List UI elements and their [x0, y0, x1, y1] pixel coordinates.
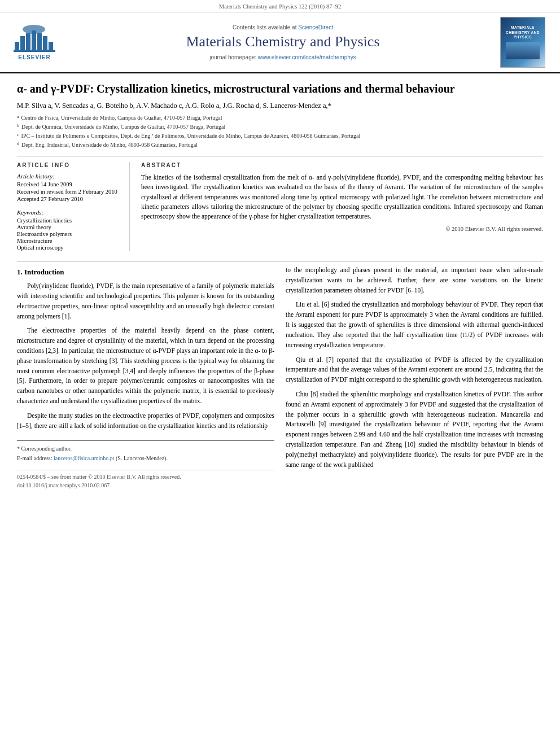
body-right-column: to the morphology and phases present in … [286, 265, 543, 490]
keywords-label: Keywords: [17, 209, 123, 216]
body-para-3: Despite the many studies on the electroa… [17, 411, 274, 431]
affil-text-c: IPC – Instituto de Polímeros e Compósito… [21, 132, 361, 140]
footer-issn: 0254-0584/$ – see front matter © 2010 El… [17, 470, 274, 490]
history-received: Received 14 June 2009 [17, 181, 123, 187]
svg-point-7 [23, 25, 45, 34]
history-revised: Received in revised form 2 February 2010 [17, 189, 123, 195]
svg-rect-6 [49, 42, 53, 50]
footnote-email: E-mail address: lanceros@fisica.uminho.p… [17, 454, 274, 463]
sciencedirect-link[interactable]: ScienceDirect [298, 24, 333, 30]
cover-title: MATERIALSCHEMISTRY ANDPHYSICS [506, 25, 540, 40]
body-para-1-text: Poly(vinylidene fluoride), PVDF, is the … [17, 282, 274, 319]
body-right-para-4-text: Chiu [8] studied the spherulitic morphol… [286, 391, 543, 468]
journal-title: Materials Chemistry and Physics [186, 33, 379, 50]
affiliation-b: b Dept. de Química, Universidade do Minh… [17, 123, 543, 131]
svg-rect-2 [26, 33, 30, 50]
article-title: α- and γ-PVDF: Crystallization kinetics,… [17, 81, 543, 96]
body-right-para-3-text: Qiu et al. [7] reported that the crystal… [286, 356, 543, 383]
article-info-column: ARTICLE INFO Article history: Received 1… [17, 162, 130, 251]
affil-text-a: Centro de Física, Universidade do Minho,… [21, 113, 222, 122]
journal-header: ELSEVIER Contents lists available at Sci… [0, 12, 560, 73]
elsevier-logo-area: ELSEVIER [9, 17, 71, 68]
copyright: © 2010 Elsevier B.V. All rights reserved… [141, 226, 543, 232]
body-left-column: 1. Introduction Poly(vinylidene fluoride… [17, 265, 274, 490]
body-para-2: The electroactive properties of the mate… [17, 326, 274, 407]
journal-homepage: journal homepage: www.elsevier.com/locat… [209, 54, 356, 60]
article-title-text: α- and γ-PVDF: Crystallization kinetics,… [17, 82, 455, 95]
article-content: α- and γ-PVDF: Crystallization kinetics,… [0, 73, 560, 498]
email-label: E-mail address: [17, 455, 52, 461]
elsevier-logo: ELSEVIER [9, 25, 60, 60]
body-content: 1. Introduction Poly(vinylidene fluoride… [17, 261, 543, 490]
body-right-para-1-text: to the morphology and phases present in … [286, 267, 543, 294]
citation-text: Materials Chemistry and Physics 122 (201… [219, 3, 341, 10]
elsevier-tree-icon [9, 25, 60, 53]
footnote-corresponding: * Corresponding author. [17, 444, 274, 453]
email-link[interactable]: lanceros@fisica.uminho.pt [54, 455, 115, 461]
doi-line: doi:10.1016/j.matchemphys.2010.02.067 [17, 481, 274, 490]
affiliation-a: a Centro de Física, Universidade do Minh… [17, 113, 543, 122]
history-accepted: Accepted 27 February 2010 [17, 196, 123, 202]
article-info-title: ARTICLE INFO [17, 162, 123, 168]
keyword-2: Avrami theory [17, 224, 123, 230]
history-label: Article history: [17, 173, 123, 180]
affil-text-d: Dept. Eng. Industrial, Universidade do M… [21, 141, 198, 149]
authors-text: M.P. Silva a, V. Sencadas a, G. Botelho … [17, 102, 331, 110]
svg-rect-8 [14, 50, 55, 52]
svg-rect-4 [37, 33, 42, 50]
body-right-para-4: Chiu [8] studied the spherulitic morphol… [286, 390, 543, 470]
affiliation-c: c IPC – Instituto de Polímeros e Compósi… [17, 132, 543, 140]
body-right-para-2: Liu et al. [6] studied the crystallizati… [286, 300, 543, 350]
elsevier-wordmark: ELSEVIER [18, 54, 50, 60]
page-wrapper: Materials Chemistry and Physics 122 (201… [0, 0, 560, 747]
authors-line: M.P. Silva a, V. Sencadas a, G. Botelho … [17, 102, 543, 110]
keyword-1: Crystallization kinetics [17, 217, 123, 224]
svg-rect-5 [43, 36, 47, 50]
affiliations: a Centro de Física, Universidade do Minh… [17, 113, 543, 149]
body-right-para-3: Qiu et al. [7] reported that the crystal… [286, 355, 543, 385]
body-right-para-1: to the morphology and phases present in … [286, 265, 543, 295]
keyword-5: Optical microscopy [17, 244, 123, 251]
article-info-abstract-section: ARTICLE INFO Article history: Received 1… [17, 156, 543, 251]
abstract-title: ABSTRACT [141, 162, 543, 168]
footnote-section: * Corresponding author. E-mail address: … [17, 440, 274, 463]
affiliation-d: d Dept. Eng. Industrial, Universidade do… [17, 141, 543, 149]
sciencedirect-line: Contents lists available at ScienceDirec… [233, 24, 333, 30]
svg-rect-1 [20, 36, 25, 50]
body-right-para-2-text: Liu et al. [6] studied the crystallizati… [286, 301, 543, 348]
abstract-text: The kinetics of the isothermal crystalli… [141, 173, 543, 221]
issn-line: 0254-0584/$ – see front matter © 2010 El… [17, 473, 274, 482]
sciencedirect-text: Contents lists available at [233, 24, 296, 30]
svg-rect-0 [15, 42, 19, 50]
journal-cover-area: MATERIALSCHEMISTRY ANDPHYSICS [495, 17, 551, 68]
affil-text-b: Dept. de Química, Universidade do Minho,… [21, 123, 225, 131]
keyword-3: Electroactive polymers [17, 231, 123, 237]
journal-title-area: Contents lists available at ScienceDirec… [77, 17, 489, 68]
body-para-3-text: Despite the many studies on the electroa… [17, 412, 274, 429]
abstract-column: ABSTRACT The kinetics of the isothermal … [141, 162, 543, 251]
journal-citation: Materials Chemistry and Physics 122 (201… [0, 0, 560, 12]
body-para-1: Poly(vinylidene fluoride), PVDF, is the … [17, 281, 274, 321]
journal-cover: MATERIALSCHEMISTRY ANDPHYSICS [500, 17, 545, 68]
homepage-url[interactable]: www.elsevier.com/locate/matchemphys [258, 54, 356, 60]
section-1-heading: 1. Introduction [17, 267, 274, 278]
keyword-4: Microstructure [17, 238, 123, 244]
homepage-text: journal homepage: [209, 54, 256, 60]
keywords-section: Keywords: Crystallization kinetics Avram… [17, 209, 123, 251]
body-para-2-text: The electroactive properties of the mate… [17, 327, 274, 404]
email-suffix: (S. Lanceros-Mendez). [116, 455, 168, 461]
